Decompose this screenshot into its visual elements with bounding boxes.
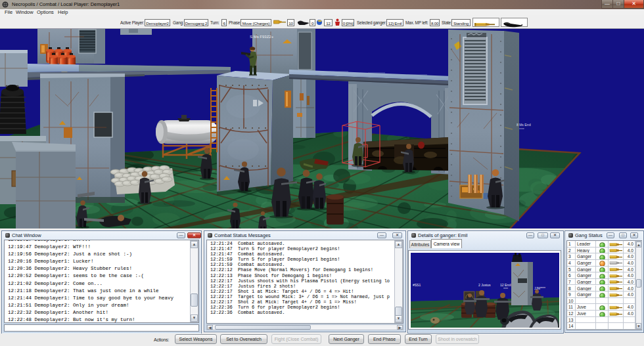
svg-text:12 Emil: 12 Emil [500, 283, 511, 287]
svg-text:8 Ms Emil: 8 Ms Emil [517, 123, 531, 127]
svg-text:****: **** [519, 127, 524, 131]
svg-text:JJM****: JJM**** [534, 286, 545, 290]
svg-text:S Ms F93Z2+: S Ms F93Z2+ [250, 35, 274, 39]
svg-text:#SS1: #SS1 [413, 283, 421, 287]
svg-text:****: **** [503, 288, 508, 291]
svg-text:2 Justus: 2 Justus [478, 283, 491, 287]
